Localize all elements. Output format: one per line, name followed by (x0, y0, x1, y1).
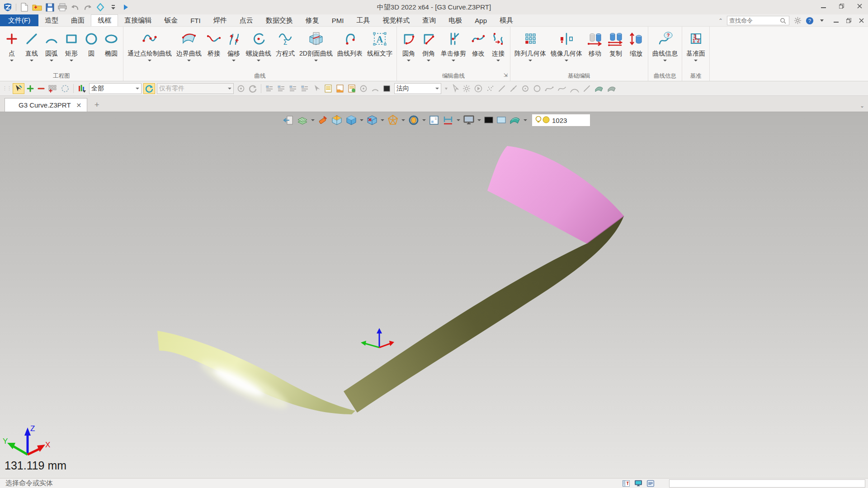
restore-button[interactable] (835, 2, 847, 10)
app-logo-icon[interactable] (3, 2, 13, 12)
color-filter-icon[interactable] (76, 83, 87, 94)
dropdown-arrow-icon[interactable] (565, 60, 568, 61)
ribbon-button-点[interactable]: 点 (2, 28, 22, 71)
pick-tool-icon[interactable] (13, 83, 24, 94)
ribbon-button-连接[interactable]: 连接 (488, 28, 508, 71)
chevron-down-icon[interactable] (524, 119, 527, 121)
entity-filter-select[interactable]: 全部 (89, 83, 142, 94)
dropdown-arrow-icon[interactable] (187, 60, 191, 61)
chevron-down-icon[interactable] (360, 119, 363, 121)
minimize-button[interactable] (817, 2, 829, 10)
menu-tab-10[interactable]: 修复 (299, 14, 326, 26)
dropdown-arrow-icon[interactable] (452, 60, 455, 61)
display-monitor-icon[interactable] (462, 114, 476, 126)
new-file-icon[interactable] (19, 2, 29, 12)
play-icon[interactable] (121, 2, 131, 12)
save-icon[interactable] (45, 2, 55, 12)
model-scene[interactable] (0, 112, 868, 478)
scope-filter-select[interactable]: 仅有零件 (157, 83, 234, 94)
document-minimize-button[interactable] (832, 17, 840, 25)
chevron-down-icon[interactable] (477, 119, 481, 121)
ribbon-button-线框文字[interactable]: A线框文字 (365, 28, 395, 71)
dropdown-arrow-icon[interactable] (70, 60, 73, 61)
dropdown-arrow-icon[interactable] (407, 60, 410, 61)
menu-tab-13[interactable]: 视觉样式 (376, 14, 416, 26)
dropdown-arrow-icon[interactable] (314, 60, 318, 61)
menu-tab-4[interactable]: 直接编辑 (118, 14, 158, 26)
layer-hatch-icon[interactable] (296, 114, 309, 126)
doc-open-icon[interactable] (335, 83, 345, 94)
ribbon-button-移动[interactable]: 移动 (585, 28, 605, 71)
dropdown-arrow-icon[interactable] (232, 60, 236, 61)
dropdown-arrow-icon[interactable] (30, 60, 33, 61)
ribbon-button-曲线列表[interactable]: 曲线列表 (335, 28, 365, 71)
pick-filter-icon[interactable] (47, 83, 59, 94)
search-icon[interactable] (779, 17, 787, 25)
ribbon-button-阵列几何体[interactable]: 阵列几何体 (512, 28, 548, 71)
menu-tab-9[interactable]: 数据交换 (259, 14, 299, 26)
ribbon-button-2D剖面曲线[interactable]: 2D剖面曲线 (297, 28, 335, 71)
dropdown-arrow-icon[interactable] (10, 60, 14, 61)
document-tab[interactable]: G3 Curve.Z3PRT✕ (5, 98, 87, 112)
chevron-down-icon[interactable] (422, 119, 426, 121)
ribbon-button-镜像几何体[interactable]: 镜像几何体 (548, 28, 585, 71)
doc-edit-icon[interactable] (346, 83, 357, 94)
print-icon[interactable] (57, 2, 67, 12)
ribbon-button-圆[interactable]: 圆 (81, 28, 101, 71)
ribbon-button-椭圆[interactable]: 椭圆 (101, 28, 121, 71)
bg-black-swatch[interactable] (483, 114, 495, 126)
menu-tab-17[interactable]: 模具 (493, 14, 519, 26)
ribbon-button-圆角[interactable]: 圆角 (399, 28, 419, 71)
dropdown-arrow-icon[interactable] (148, 60, 151, 61)
menu-tab-F[interactable]: 文件(F) (0, 14, 38, 26)
ribbon-button-直线[interactable]: 直线 (22, 28, 42, 71)
ribbon-button-方程式[interactable]: Σ方程式 (274, 28, 297, 71)
chevron-down-icon[interactable] (381, 119, 384, 121)
chevron-down-icon[interactable] (457, 119, 460, 121)
document-restore-button[interactable] (844, 17, 853, 25)
bg-blue-swatch[interactable] (495, 114, 507, 126)
menu-tab-FTI[interactable]: FTI (184, 14, 207, 26)
tab-list-icon[interactable]: ⌄ (860, 103, 864, 109)
normal-select[interactable]: 法向 (394, 83, 441, 94)
menu-tab-5[interactable]: 钣金 (158, 14, 184, 26)
ribbon-button-螺旋曲线[interactable]: 螺旋曲线 (244, 28, 274, 71)
ribbon-button-桥接[interactable]: 桥接 (204, 28, 224, 71)
swatch-icon[interactable] (382, 83, 392, 94)
spotlight-icon[interactable] (407, 114, 420, 126)
remove-selection-icon[interactable] (36, 83, 46, 94)
undo-icon[interactable] (70, 2, 80, 12)
menu-tab-App[interactable]: App (468, 14, 493, 26)
dropdown-arrow-icon[interactable] (694, 60, 698, 61)
doc-list-icon[interactable] (323, 83, 334, 94)
erase-icon[interactable] (316, 114, 329, 126)
ribbon-button-曲线信息[interactable]: ?曲线信息 (650, 28, 680, 71)
redo-icon[interactable] (83, 2, 93, 12)
dialog-launcher-icon[interactable]: ⇲ (504, 72, 508, 78)
document-close-button[interactable] (857, 17, 865, 25)
menu-tab-15[interactable]: 电极 (442, 14, 468, 26)
menu-tab-14[interactable]: 查询 (416, 14, 442, 26)
face2-snap-icon[interactable] (606, 83, 618, 94)
monitor-toggle-icon[interactable] (634, 479, 642, 488)
menu-tab-3[interactable]: 线框 (91, 14, 118, 26)
ribbon-button-偏移[interactable]: 偏移 (224, 28, 244, 71)
chevron-down-icon[interactable] (311, 119, 315, 121)
ribbon-button-圆弧[interactable]: 圆弧 (42, 28, 61, 71)
measure-icon[interactable] (441, 114, 455, 126)
ribbon-button-复制[interactable]: 复制 (605, 28, 626, 71)
view-cube-icon[interactable] (330, 114, 344, 126)
dropdown-arrow-icon[interactable] (427, 60, 430, 61)
ribbon-button-修改[interactable]: 修改 (468, 28, 488, 71)
new-tab-button[interactable]: + (91, 99, 103, 111)
face-snap-icon[interactable] (593, 83, 605, 94)
exit-view-icon[interactable] (282, 114, 295, 126)
open-file-icon[interactable] (32, 2, 42, 12)
lasso-select-icon[interactable] (60, 83, 71, 94)
help-icon[interactable]: ? (806, 17, 814, 25)
window-icon[interactable] (428, 114, 440, 126)
dropdown-arrow-icon[interactable] (257, 60, 260, 61)
panel-toggle-icon[interactable] (622, 479, 630, 488)
shaded-view-icon[interactable] (344, 114, 358, 126)
viewport-3d[interactable]: 1023 Z Y X 131.119 mm (0, 112, 868, 478)
